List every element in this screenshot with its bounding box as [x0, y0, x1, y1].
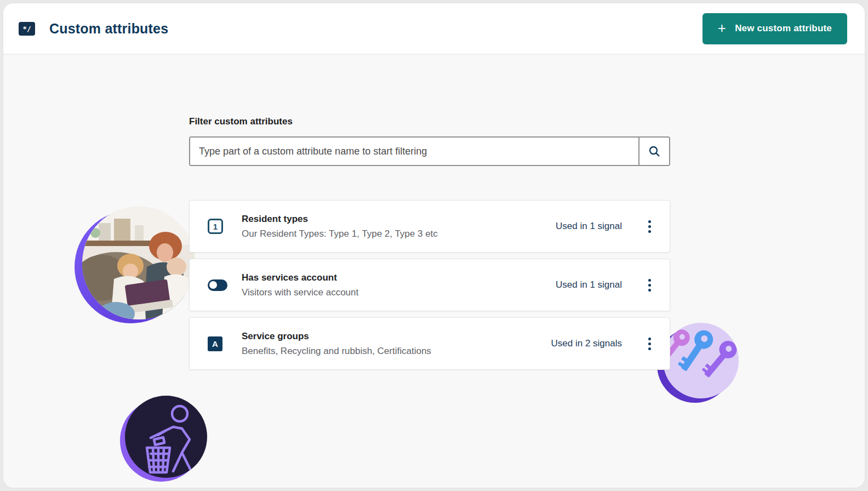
attribute-name: Resident types [242, 214, 556, 225]
attribute-texts: Has services account Visitors with servi… [242, 272, 556, 298]
recycling-image [125, 396, 207, 478]
header: */ Custom attributes + New custom attrib… [3, 3, 865, 55]
number-type-icon: 1 [208, 219, 223, 234]
search-button[interactable] [638, 138, 669, 165]
attribute-texts: Resident types Our Resident Types: Type … [242, 214, 556, 239]
search-icon [648, 145, 661, 158]
attribute-texts: Service groups Benefits, Recycling and r… [242, 331, 551, 357]
family-photo-decoration [82, 207, 195, 319]
new-custom-attribute-button[interactable]: + New custom attribute [703, 13, 847, 44]
type-icon-wrap: A [208, 336, 242, 351]
header-left: */ Custom attributes [19, 21, 168, 37]
text-type-icon: A [208, 336, 222, 351]
custom-attribute-icon: */ [19, 22, 35, 36]
main-content: Filter custom attributes 1 [3, 55, 865, 488]
kebab-menu-button[interactable] [644, 276, 655, 295]
attribute-name: Service groups [242, 331, 551, 342]
kebab-menu-button[interactable] [644, 217, 655, 236]
attribute-row-resident-types: 1 Resident types Our Resident Types: Typ… [189, 200, 670, 253]
keys-decoration [663, 323, 739, 398]
attribute-description: Benefits, Recycling and rubbish, Certifi… [242, 346, 551, 357]
new-custom-attribute-label: New custom attribute [735, 23, 832, 34]
app-window: */ Custom attributes + New custom attrib… [3, 3, 865, 488]
filter-input[interactable] [190, 138, 638, 165]
attribute-row-service-groups: A Service groups Benefits, Recycling and… [189, 317, 670, 370]
type-icon-wrap [208, 279, 242, 291]
page-title: Custom attributes [49, 21, 168, 37]
filter-search-box [189, 136, 670, 166]
attributes-panel: Filter custom attributes 1 [189, 116, 670, 370]
attribute-row-has-services-account: Has services account Visitors with servi… [189, 259, 670, 311]
kebab-menu-button[interactable] [644, 334, 655, 353]
family-photo-image [82, 207, 195, 319]
attribute-list: 1 Resident types Our Resident Types: Typ… [189, 200, 670, 370]
usage-count: Used in 1 signal [556, 279, 622, 290]
attribute-name: Has services account [242, 272, 556, 283]
keys-image [663, 323, 739, 398]
type-icon-wrap: 1 [208, 219, 242, 234]
plus-icon: + [718, 21, 726, 35]
usage-count: Used in 2 signals [551, 338, 622, 349]
usage-count: Used in 1 signal [556, 221, 622, 232]
filter-label: Filter custom attributes [189, 116, 670, 127]
recycling-decoration [125, 396, 207, 478]
attribute-description: Visitors with service account [242, 287, 556, 298]
attribute-description: Our Resident Types: Type 1, Type 2, Type… [242, 229, 556, 239]
toggle-type-icon [208, 279, 227, 291]
